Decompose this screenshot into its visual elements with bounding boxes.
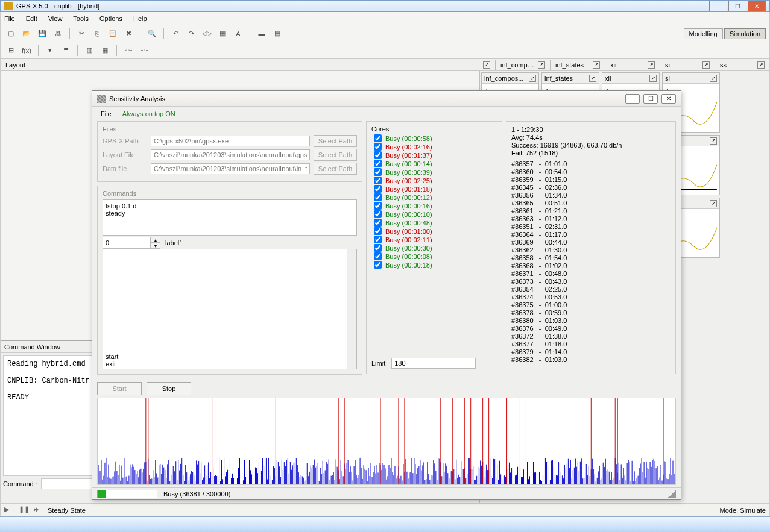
max-button[interactable]: ☐ [728, 1, 746, 11]
min-button[interactable]: — [709, 1, 727, 11]
trend2-icon[interactable]: 〰 [137, 44, 151, 57]
toolbar-1: ▢📂💾🖶✂⎘📋✖🔍↶↷◁▷▦A▬▤ Modelling Simulation [0, 25, 770, 42]
core-checkbox[interactable] [374, 227, 382, 235]
pause-icon[interactable]: ❚❚ [19, 505, 28, 515]
fx-icon[interactable]: f(x) [20, 44, 33, 57]
paste-icon[interactable]: 📋 [106, 27, 119, 40]
tab-inf_states[interactable]: inf_states↗ [550, 60, 605, 70]
color-icon[interactable]: ▬ [255, 27, 268, 40]
menu-file[interactable]: File [4, 15, 15, 22]
stats-fail: Fail: 752 (1518) [511, 149, 671, 157]
pan-icon[interactable]: ◁▷ [200, 27, 213, 40]
menu-help[interactable]: Help [133, 15, 147, 22]
gpsx-path-input[interactable] [151, 136, 310, 146]
play-icon[interactable]: ▶ [4, 505, 14, 515]
save-icon[interactable]: 💾 [36, 27, 49, 40]
popout-icon[interactable]: ↗ [538, 61, 545, 69]
tab-xii[interactable]: xii↗ [605, 60, 660, 70]
layout-tab-label[interactable]: Layout [5, 61, 25, 69]
core-checkbox[interactable] [374, 143, 382, 151]
popout-icon[interactable]: ↗ [648, 61, 655, 69]
skip-icon[interactable]: ⏭ [33, 505, 43, 515]
core-checkbox[interactable] [374, 261, 382, 269]
core-checkbox[interactable] [374, 134, 382, 142]
zoom-icon[interactable]: 🔍 [145, 27, 159, 40]
font-icon[interactable]: A [232, 27, 245, 40]
popout-icon[interactable]: ↗ [649, 75, 657, 82]
resize-grip-icon[interactable] [667, 490, 676, 498]
redo-icon[interactable]: ↷ [185, 27, 198, 40]
core-checkbox[interactable] [374, 219, 382, 227]
open-icon[interactable]: 📂 [20, 27, 33, 40]
sa-max-button[interactable]: ☐ [643, 94, 658, 104]
stats-success: Success: 16919 (34863), 663.70 db/h [511, 142, 671, 149]
popout-icon[interactable]: ↗ [710, 75, 717, 82]
new-icon[interactable]: ▢ [4, 27, 17, 40]
menu-view[interactable]: View [48, 15, 63, 22]
core-checkbox[interactable] [374, 160, 382, 167]
popout-icon[interactable]: ↗ [589, 75, 596, 82]
log-scrollbar[interactable] [347, 249, 356, 369]
sa-menu-always-on-top[interactable]: Always on top ON [122, 110, 175, 117]
desktop-taskbar [0, 516, 770, 532]
popout-icon[interactable]: ↗ [757, 61, 765, 69]
layout-file-input[interactable] [151, 149, 310, 160]
core-checkbox[interactable] [374, 236, 382, 243]
core-checkbox[interactable] [374, 210, 382, 218]
tab-ss[interactable]: ss↗ [715, 60, 769, 70]
delete-icon[interactable]: ✖ [122, 27, 135, 40]
copy-icon[interactable]: ⎘ [90, 27, 104, 40]
undo-icon[interactable]: ↶ [169, 27, 182, 40]
mode-tab-simulation[interactable]: Simulation [724, 28, 766, 39]
trend1-icon[interactable]: 〰 [122, 44, 135, 57]
menu-tools[interactable]: Tools [73, 15, 89, 22]
menu-edit[interactable]: Edit [26, 15, 37, 22]
sa-min-button[interactable]: — [625, 94, 640, 104]
commands-text[interactable]: tstop 0.1 d steady [103, 199, 357, 236]
limit-input[interactable] [391, 358, 476, 369]
doc-icon[interactable]: ▤ [271, 27, 284, 40]
data-file-input[interactable] [151, 163, 310, 174]
popout-icon[interactable]: ↗ [483, 61, 490, 69]
grid-icon[interactable]: ▦ [216, 27, 229, 40]
table-icon[interactable]: ▦ [98, 44, 112, 57]
log-box[interactable]: start exit [103, 249, 357, 369]
align-icon[interactable]: ≣ [59, 44, 72, 57]
core-checkbox[interactable] [374, 177, 382, 184]
core-checkbox[interactable] [374, 185, 382, 193]
core-checkbox[interactable] [374, 151, 382, 159]
core-checkbox[interactable] [374, 168, 382, 176]
sa-close-button[interactable]: ✕ [661, 94, 676, 104]
menu-options[interactable]: Options [99, 15, 122, 22]
sa-menu-file[interactable]: File [101, 110, 112, 117]
core-checkbox[interactable] [374, 244, 382, 252]
spin-input[interactable] [103, 237, 151, 249]
popout-icon[interactable]: ↗ [702, 61, 710, 69]
popout-icon[interactable]: ↗ [529, 75, 536, 82]
core-checkbox[interactable] [374, 252, 382, 260]
core-checkbox[interactable] [374, 193, 382, 201]
cut-icon[interactable]: ✂ [75, 27, 88, 40]
mode-tab-modelling[interactable]: Modelling [684, 28, 723, 39]
layout-file-select[interactable]: Select Path [314, 149, 357, 161]
gpsx-path-select[interactable]: Select Path [314, 135, 357, 147]
core-checkbox[interactable] [374, 202, 382, 210]
chart-bar-icon[interactable]: ▥ [83, 44, 96, 57]
tab-inf_compos...[interactable]: inf_compos...↗ [495, 60, 550, 70]
tab-si[interactable]: si↗ [660, 60, 715, 70]
var-icon[interactable]: ⊞ [4, 44, 17, 57]
spin-up-icon[interactable]: ▲ [151, 237, 160, 243]
stop-button[interactable]: Stop [147, 382, 191, 395]
data-file-select[interactable]: Select Path [314, 163, 357, 175]
popout-icon[interactable]: ↗ [593, 61, 600, 69]
core-status: Busy (00:00:18) [385, 261, 432, 269]
core-item: Busy (00:01:00) [374, 227, 497, 235]
command-window-title: Command Window [4, 343, 60, 351]
print-icon[interactable]: 🖶 [51, 27, 65, 40]
popout-icon[interactable]: ↗ [710, 137, 717, 145]
tree-icon[interactable]: ▾ [43, 44, 57, 57]
start-button[interactable]: Start [97, 382, 142, 395]
spin-down-icon[interactable]: ▼ [151, 243, 160, 249]
close-button[interactable]: ✕ [748, 1, 766, 11]
spin-control[interactable]: ▲▼ [103, 237, 160, 249]
